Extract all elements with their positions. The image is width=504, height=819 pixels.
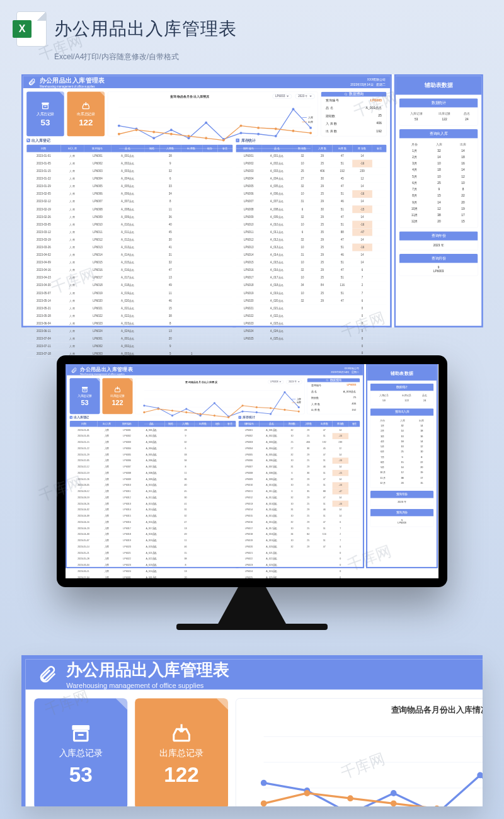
column-header: 入库	[427, 141, 451, 147]
cell: 49	[177, 531, 194, 537]
cell	[164, 457, 177, 464]
cell	[194, 562, 211, 568]
cell	[372, 297, 387, 304]
table-row: LP6017A_017品名1025517	[236, 274, 386, 282]
cell: A_011品名	[112, 228, 144, 236]
cell	[164, 470, 177, 476]
cell: LP6006	[236, 190, 261, 198]
cell	[202, 282, 217, 289]
cell: 入库	[61, 319, 84, 327]
cell	[348, 568, 360, 575]
cell: 32	[292, 297, 312, 304]
cell: 16	[412, 433, 432, 438]
svg-point-74	[261, 780, 267, 786]
cell: 12	[333, 445, 349, 452]
cell: LP6014	[239, 507, 260, 513]
cell: 32	[177, 513, 194, 519]
chart-legend: 入库 出库	[302, 115, 313, 125]
chart-item-select[interactable]: LP6003	[272, 94, 292, 98]
cell	[202, 335, 217, 343]
cell: A_004品名	[138, 445, 164, 452]
cell	[164, 562, 177, 568]
table-row: LP6015A_015品名10255114	[236, 259, 386, 266]
cell	[164, 452, 177, 458]
cell	[348, 464, 360, 470]
cell: 6	[352, 297, 372, 304]
stat-card-out: 出库总记录 122	[135, 698, 228, 806]
table-row: 2023-02-19入库LP6008A_008品名11	[26, 205, 232, 213]
cell: 2	[352, 282, 372, 289]
cell	[181, 183, 202, 190]
cell: 入库	[61, 289, 84, 297]
cell: 7月	[372, 454, 392, 459]
stat-in-label: 入库总记录	[59, 747, 103, 759]
table-row: 2023-02-05入库LP6006A_006品名34	[26, 190, 232, 198]
cell	[194, 519, 211, 525]
cell: 2023-04-23	[70, 525, 98, 532]
svg-point-16	[257, 133, 260, 135]
cell: 15	[451, 219, 475, 225]
log-table: 日期出/入库物料编号品名规格入库数出库数经办备注 2023-01-01入库LP6…	[70, 421, 236, 578]
cell	[144, 289, 159, 297]
cell: 33	[159, 183, 181, 190]
cell	[144, 282, 159, 289]
table-row: 8月1522	[372, 459, 431, 464]
cell	[212, 501, 224, 507]
dashboard-subtitle: Warehousing management of office supplie…	[66, 682, 229, 690]
table-row: LP6012A_012品名32294714	[239, 495, 360, 501]
cell: 32	[292, 266, 312, 274]
chart-year-select[interactable]: 2023 年	[295, 94, 315, 99]
cell: 4月	[372, 438, 392, 444]
cell: A_021品名	[259, 550, 284, 556]
cell: 53	[372, 398, 395, 403]
cell: 14	[333, 452, 349, 458]
table-row: 2023-03-19入库LP6012A_012品名30	[26, 236, 232, 243]
cell	[194, 433, 211, 439]
cell	[202, 175, 217, 183]
cell	[312, 304, 333, 312]
cell: 入库	[97, 531, 116, 537]
section-title-log: 出入库登记	[32, 138, 50, 143]
cell: 40	[177, 482, 194, 488]
cell: 10	[451, 180, 475, 186]
cell	[372, 335, 387, 343]
cell: 8	[451, 186, 475, 192]
cell	[194, 445, 211, 452]
cell	[292, 312, 312, 319]
cell: 47	[332, 297, 352, 304]
cell: 25	[312, 243, 333, 251]
cell: 31	[284, 464, 301, 470]
table-row: 2023-05-21入库LP6021A_021品名15	[70, 550, 236, 556]
table-row: LP6001A_001品名32294714	[236, 152, 386, 160]
cell	[194, 568, 211, 575]
cell: LP6009	[236, 213, 261, 220]
cell: 10	[284, 457, 301, 464]
cell: A_009品名	[112, 213, 144, 220]
cell	[217, 335, 232, 343]
cell: 31	[292, 251, 312, 259]
cell: LP6023	[236, 319, 261, 327]
cell: 30	[312, 175, 333, 183]
cell: 9	[427, 186, 451, 192]
cell: A_002品名	[261, 160, 292, 168]
cell: 2023-04-16	[70, 519, 98, 525]
table-row: 3月1016	[372, 433, 431, 438]
cell: 15	[412, 480, 432, 485]
cell: 10	[284, 537, 301, 544]
table-row: 2023-03-12入库LP6011A_011品名45	[70, 488, 236, 495]
cell	[224, 433, 236, 439]
cell: 9	[177, 433, 194, 439]
header-date: 2023年03月14日 星期二	[331, 370, 359, 374]
table-row: 3月1016	[402, 161, 475, 167]
cell	[224, 464, 236, 470]
paperclip-icon	[71, 367, 77, 374]
cell: 2023-02-05	[70, 457, 98, 464]
stat-out-label: 出库总记录	[159, 747, 203, 759]
cell: 2023-03-19	[70, 495, 98, 501]
chart-item-select[interactable]: LP6003	[268, 380, 284, 384]
svg-point-22	[152, 130, 155, 133]
cell: 12月	[372, 480, 392, 485]
cell: LP6005	[84, 183, 112, 190]
cell	[164, 537, 177, 544]
table-row: 2023-01-15入库LP6003A_003品名32	[70, 439, 236, 445]
